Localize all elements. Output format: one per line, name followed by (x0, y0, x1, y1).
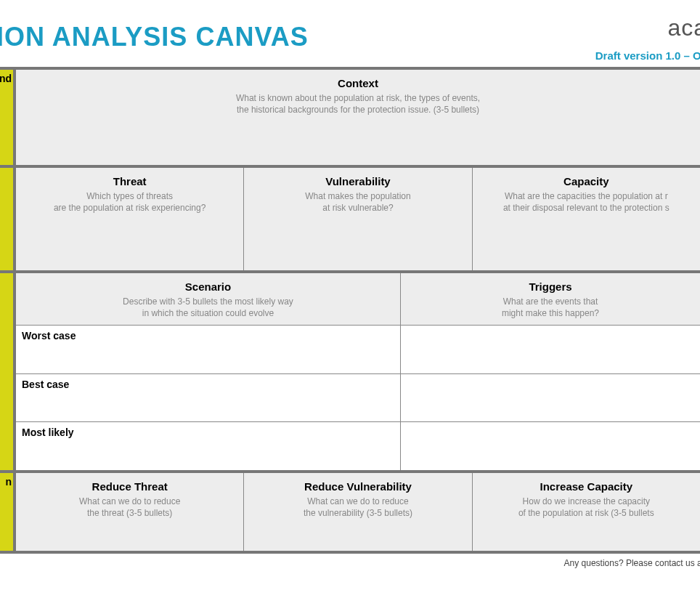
cell-capacity: Capacity What are the capacities the pop… (473, 168, 700, 270)
tab-strategy: n (0, 473, 16, 551)
threat-sub2: are the population at risk experiencing? (22, 202, 237, 214)
vulnerability-sub1: What makes the population (250, 190, 465, 202)
cell-increase-capacity: Increase Capacity How do we increase the… (473, 473, 700, 551)
row-scenario: Scenario Describe with 3-5 bullets the m… (0, 270, 700, 470)
cell-triggers-header: Triggers What are the events that might … (401, 273, 700, 325)
version-label: Draft version 1.0 – Oc (595, 49, 700, 62)
cell-reduce-vulnerability: Reduce Vulnerability What can we do to r… (244, 473, 472, 551)
threat-sub1: Which types of threats (22, 190, 237, 202)
context-title: Context (22, 77, 694, 89)
capacity-title: Capacity (479, 175, 694, 187)
increase-cap-sub2: of the population at risk (3-5 bullets (479, 507, 694, 519)
reduce-vuln-title: Reduce Vulnerability (250, 480, 465, 493)
contact-text: Any questions? Please contact us at (564, 558, 700, 568)
cell-threat: Threat Which types of threats are the po… (16, 168, 244, 270)
row-strategy: n Reduce Threat What can we do to reduce… (0, 470, 700, 554)
best-case-label: Best case (16, 374, 401, 422)
cell-vulnerability: Vulnerability What makes the population … (244, 168, 472, 270)
triggers-title: Triggers (407, 280, 694, 293)
canvas: nd Context What is known about the popul… (0, 67, 700, 554)
reduce-threat-sub2: the threat (3-5 bullets) (22, 507, 237, 519)
worst-case-label: Worst case (16, 326, 401, 373)
triggers-sub1: What are the events that (407, 296, 694, 307)
cell-scenario-header: Scenario Describe with 3-5 bullets the m… (16, 273, 401, 325)
footer: Any questions? Please contact us at (0, 554, 700, 568)
header: ECTION ANALYSIS CANVAS aca Draft version… (0, 0, 700, 67)
scenario-sub1: Describe with 3-5 bullets the most likel… (22, 296, 394, 307)
reduce-vuln-sub2: the vulnerability (3-5 bullets) (250, 507, 465, 519)
reduce-vuln-sub1: What can we do to reduce (250, 496, 465, 507)
reduce-threat-sub1: What can we do to reduce (22, 496, 237, 507)
vulnerability-sub2: at risk vulnerable? (250, 202, 465, 214)
tab-risk (0, 168, 16, 270)
scenario-row-best: Best case (16, 374, 700, 423)
cell-reduce-threat: Reduce Threat What can we do to reduce t… (16, 473, 244, 551)
triggers-sub2: might make this happen? (407, 307, 694, 319)
row-context: nd Context What is known about the popul… (0, 67, 700, 165)
increase-cap-title: Increase Capacity (479, 480, 694, 493)
context-sub2: the historical backgrounds for the prote… (22, 104, 694, 116)
context-sub1: What is known about the population at ri… (22, 92, 694, 104)
cell-context: Context What is known about the populati… (16, 70, 700, 165)
capacity-sub2: at their disposal relevant to the protec… (479, 202, 694, 214)
tab-scenario (0, 273, 16, 470)
scenario-row-worst: Worst case (16, 326, 700, 374)
most-likely-triggers (401, 422, 700, 470)
scenario-row-likely: Most likely (16, 422, 700, 470)
increase-cap-sub1: How do we increase the capacity (479, 496, 694, 507)
vulnerability-title: Vulnerability (250, 175, 465, 187)
page-title: ECTION ANALYSIS CANVAS (0, 22, 700, 52)
scenario-sub2: in which the situation could evolve (22, 307, 394, 319)
brand-logo: aca (667, 15, 700, 41)
threat-title: Threat (22, 175, 237, 187)
worst-case-triggers (401, 326, 700, 373)
best-case-triggers (401, 374, 700, 422)
reduce-threat-title: Reduce Threat (22, 480, 237, 493)
tab-context: nd (0, 70, 16, 165)
most-likely-label: Most likely (16, 422, 401, 470)
scenario-title: Scenario (22, 280, 394, 293)
row-risk: Threat Which types of threats are the po… (0, 165, 700, 270)
capacity-sub1: What are the capacities the population a… (479, 190, 694, 202)
